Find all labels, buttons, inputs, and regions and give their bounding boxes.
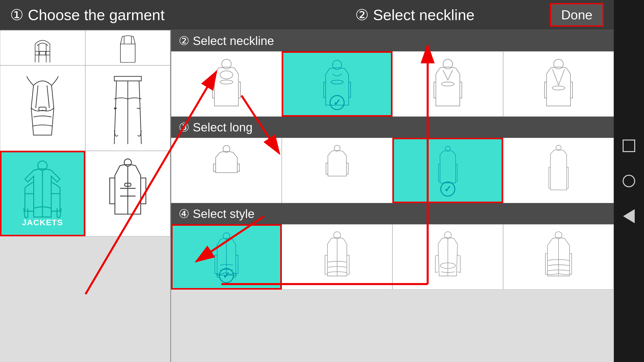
step1-title: ① Choose the garment xyxy=(10,7,165,23)
content: JACKETS xyxy=(0,30,614,362)
style-option-3[interactable] xyxy=(392,224,503,290)
neckline-option-crew[interactable] xyxy=(171,51,282,117)
length-option-crop[interactable] xyxy=(171,138,282,203)
length-long-check xyxy=(440,182,455,197)
style-grid xyxy=(171,224,614,290)
neckline-section-header: ② Select neckline xyxy=(171,30,614,51)
header-right: Done xyxy=(550,3,604,27)
style-section-header: ④ Select style xyxy=(171,203,614,224)
header-left: ① Choose the garment xyxy=(10,6,280,24)
header: ① Choose the garment ② Select neckline D… xyxy=(0,0,614,30)
nav-circle-icon[interactable] xyxy=(621,173,636,189)
content-wrapper: JACKETS xyxy=(0,30,614,362)
neckline-grid xyxy=(171,51,614,117)
garment-cell-vest[interactable] xyxy=(85,151,171,236)
home-button[interactable] xyxy=(623,175,635,187)
svg-point-14 xyxy=(552,86,565,90)
style-option-2[interactable] xyxy=(282,224,392,290)
neckline-option-v[interactable] xyxy=(392,51,503,117)
length-section-header: ③ Select long xyxy=(171,117,614,138)
garment-cell-trousers[interactable] xyxy=(85,65,171,151)
length-option-mid[interactable] xyxy=(282,138,392,203)
step2-title: ② Select neckline xyxy=(355,7,474,23)
garment-panel: JACKETS xyxy=(0,30,171,362)
garment-cell-top-left[interactable] xyxy=(0,30,85,65)
length-grid xyxy=(171,138,614,203)
options-panel: ② Select neckline xyxy=(171,30,614,362)
garment-cell-bustier[interactable] xyxy=(0,65,85,151)
back-button[interactable] xyxy=(623,209,635,223)
style-option-4[interactable] xyxy=(503,224,614,290)
svg-point-12 xyxy=(441,82,454,86)
style-option-1[interactable] xyxy=(171,224,282,290)
garment-cell-jacket[interactable]: JACKETS xyxy=(0,151,85,236)
header-center: ② Select neckline xyxy=(280,6,550,24)
neckline-option-deep-v[interactable] xyxy=(503,51,614,117)
done-button[interactable]: Done xyxy=(550,3,604,27)
android-nav xyxy=(614,0,644,362)
length-option-long[interactable] xyxy=(392,138,503,203)
svg-rect-1 xyxy=(120,44,135,62)
svg-point-10 xyxy=(331,80,343,84)
svg-point-7 xyxy=(220,71,233,79)
nav-square-icon[interactable] xyxy=(621,138,636,153)
style-1-check xyxy=(219,268,234,283)
recent-apps-button[interactable] xyxy=(623,140,635,152)
jacket-label: JACKETS xyxy=(22,218,63,227)
svg-rect-0 xyxy=(40,52,46,55)
length-option-extra[interactable] xyxy=(503,138,614,203)
garment-cell-top-right[interactable] xyxy=(85,30,171,65)
main-area: ① Choose the garment ② Select neckline D… xyxy=(0,0,614,362)
nav-triangle-icon[interactable] xyxy=(621,209,636,224)
neckline-round-check xyxy=(330,95,345,110)
svg-point-8 xyxy=(220,80,233,84)
neckline-option-round[interactable] xyxy=(282,51,392,117)
